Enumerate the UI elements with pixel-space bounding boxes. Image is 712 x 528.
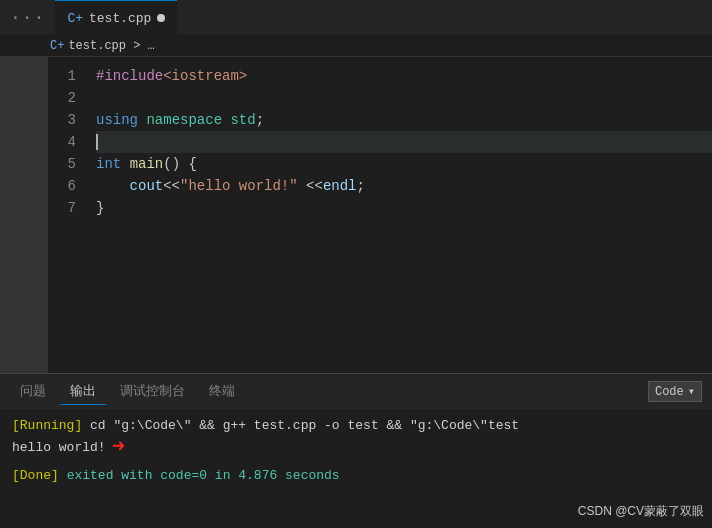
code-editor[interactable]: 1 2 3 4 5 6 7 #include<iostream> using n…: [48, 57, 712, 373]
output-done-text: exited with code=0 in 4.876 seconds: [67, 468, 340, 483]
breadcrumb-icon: C+: [50, 39, 64, 53]
output-hello-text: hello world!: [12, 439, 106, 457]
chevron-down-icon: ▾: [688, 384, 695, 399]
menu-dots[interactable]: ···: [0, 8, 55, 28]
title-bar: ··· C+ test.cpp: [0, 0, 712, 35]
dropdown-value: Code: [655, 385, 684, 399]
tab-problems[interactable]: 问题: [10, 378, 56, 405]
output-done-line: [Done] exited with code=0 in 4.876 secon…: [12, 467, 700, 485]
output-running-cmd: cd "g:\Code\" && g++ test.cpp -o test &&…: [90, 418, 519, 433]
tab-dirty-indicator: [157, 14, 165, 22]
breadcrumb-path: test.cpp > …: [68, 39, 154, 53]
tab-terminal[interactable]: 终端: [199, 378, 245, 405]
tab-debug-console[interactable]: 调试控制台: [110, 378, 195, 405]
code-line-7: }: [96, 197, 712, 219]
text-cursor: [96, 134, 98, 150]
output-running-bracket: [Running]: [12, 418, 82, 433]
watermark: CSDN @CV蒙蔽了双眼: [578, 503, 704, 520]
tab-label: test.cpp: [89, 11, 151, 26]
breadcrumb: C+ test.cpp > …: [0, 35, 712, 57]
tab-cpp-icon: C+: [67, 11, 83, 26]
output-hello-row: hello world! ➜: [12, 435, 700, 461]
line-numbers: 1 2 3 4 5 6 7: [48, 57, 88, 373]
code-line-2: [96, 87, 712, 109]
red-arrow-icon: ➜: [112, 439, 125, 457]
code-line-6: cout<<"hello world!" <<endl;: [96, 175, 712, 197]
code-line-5: int main() {: [96, 153, 712, 175]
editor-container: 1 2 3 4 5 6 7 #include<iostream> using n…: [0, 57, 712, 373]
output-running-line: [Running] cd "g:\Code\" && g++ test.cpp …: [12, 417, 700, 435]
code-line-3: using namespace std;: [96, 109, 712, 131]
tab-output[interactable]: 输出: [60, 378, 106, 405]
code-content[interactable]: #include<iostream> using namespace std; …: [88, 57, 712, 373]
panel-tab-bar: 问题 输出 调试控制台 终端 Code ▾: [0, 374, 712, 409]
output-done-bracket: [Done]: [12, 468, 59, 483]
panel-tab-right: Code ▾: [648, 381, 702, 402]
editor-tab[interactable]: C+ test.cpp: [55, 0, 177, 35]
code-area: 1 2 3 4 5 6 7 #include<iostream> using n…: [48, 57, 712, 373]
activity-bar: [0, 57, 48, 373]
output-filter-dropdown[interactable]: Code ▾: [648, 381, 702, 402]
code-line-1: #include<iostream>: [96, 65, 712, 87]
code-line-4: [96, 131, 712, 153]
